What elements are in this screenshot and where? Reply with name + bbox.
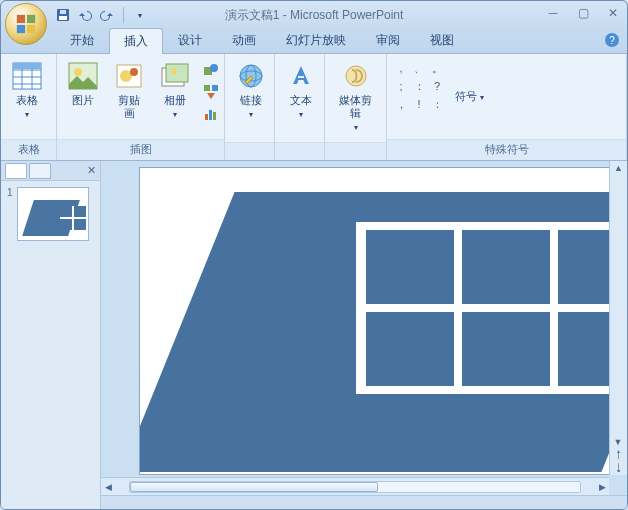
tab-animations[interactable]: 动画 — [217, 27, 271, 53]
thumbnail-list: 1 — [1, 181, 100, 509]
workspace: ✕ 1 ▲ ▼ ⭡ ⭣ — [1, 161, 627, 509]
table-button[interactable]: 表格▾ — [7, 58, 47, 123]
symbol-char[interactable]: ， — [393, 96, 409, 112]
album-button[interactable]: 相册▾ — [155, 58, 195, 123]
clipart-icon — [113, 60, 145, 92]
office-button[interactable] — [5, 3, 47, 45]
scroll-thumb[interactable] — [130, 482, 378, 492]
group-links-label — [225, 142, 274, 160]
svg-rect-32 — [298, 76, 304, 78]
prev-slide-icon[interactable]: ⭡ — [614, 449, 624, 460]
shape-grid[interactable] — [366, 230, 627, 386]
symbol-char[interactable]: , — [393, 60, 409, 76]
media-icon — [340, 60, 372, 92]
group-tables: 表格▾ 表格 — [1, 54, 57, 160]
symbol-char[interactable]: 、 — [411, 60, 427, 76]
group-text-label — [275, 142, 324, 160]
thumbnail-preview — [17, 187, 89, 241]
tab-review[interactable]: 审阅 — [361, 27, 415, 53]
group-illustrations: 图片 剪贴画 相册▾ 插图 — [57, 54, 225, 160]
qat-customize-icon[interactable]: ▾ — [132, 7, 148, 23]
text-icon — [285, 60, 317, 92]
redo-icon[interactable] — [99, 7, 115, 23]
group-links: 链接▾ — [225, 54, 275, 160]
tab-view[interactable]: 视图 — [415, 27, 469, 53]
canvas-area: ▲ ▼ ⭡ ⭣ ◀ ▶ — [101, 161, 627, 509]
tab-home[interactable]: 开始 — [55, 27, 109, 53]
ribbon-tabs: 开始 插入 设计 动画 幻灯片放映 审阅 视图 ? — [1, 29, 627, 53]
quick-access-toolbar: ▾ — [55, 7, 148, 23]
undo-icon[interactable] — [77, 7, 93, 23]
symbol-char[interactable]: ： — [429, 96, 445, 112]
svg-rect-28 — [213, 112, 216, 120]
group-text: 文本▾ — [275, 54, 325, 160]
group-media-label — [325, 142, 386, 160]
maximize-button[interactable]: ▢ — [575, 5, 591, 21]
slide-panel: ✕ 1 — [1, 161, 101, 509]
svg-rect-26 — [205, 114, 208, 120]
slides-tab[interactable] — [5, 163, 27, 179]
text-button[interactable]: 文本▾ — [281, 58, 321, 123]
picture-button[interactable]: 图片 — [63, 58, 103, 109]
scroll-down-icon[interactable]: ▼ — [614, 437, 624, 447]
clipart-button[interactable]: 剪贴画 — [109, 58, 149, 122]
svg-point-21 — [171, 68, 177, 74]
svg-point-23 — [210, 64, 218, 72]
close-panel-icon[interactable]: ✕ — [87, 164, 96, 177]
table-icon — [11, 60, 43, 92]
picture-icon — [67, 60, 99, 92]
svg-rect-2 — [17, 25, 25, 33]
tab-design[interactable]: 设计 — [163, 27, 217, 53]
svg-rect-3 — [27, 25, 35, 33]
group-tables-label: 表格 — [1, 139, 56, 160]
link-icon — [235, 60, 267, 92]
group-symbols-label: 特殊符号 — [387, 139, 626, 160]
svg-rect-24 — [204, 85, 210, 91]
hyperlink-button[interactable]: 链接▾ — [231, 58, 271, 123]
group-symbols: , 、 。 ; ： ? ， ! ： 符号 ▾ 特殊符号 — [387, 54, 627, 160]
ribbon: 表格▾ 表格 图片 剪贴画 相册▾ 插图 — [1, 53, 627, 161]
vertical-scrollbar[interactable]: ▲ ▼ ⭡ ⭣ — [609, 161, 627, 475]
svg-point-15 — [74, 68, 82, 76]
svg-rect-0 — [17, 15, 25, 23]
save-icon[interactable] — [55, 7, 71, 23]
slide-canvas[interactable] — [139, 167, 627, 475]
shapes-button[interactable] — [201, 60, 221, 80]
symbol-char[interactable]: ： — [411, 78, 427, 94]
symbol-char[interactable]: ? — [429, 78, 445, 94]
group-illustrations-label: 插图 — [57, 139, 224, 160]
svg-rect-6 — [60, 10, 66, 14]
svg-rect-13 — [13, 63, 41, 69]
svg-rect-1 — [27, 15, 35, 23]
svg-rect-25 — [212, 85, 218, 91]
next-slide-icon[interactable]: ⭣ — [614, 462, 624, 473]
slide-thumbnail[interactable]: 1 — [7, 187, 94, 241]
album-icon — [159, 60, 191, 92]
horizontal-scrollbar[interactable]: ◀ ▶ — [101, 477, 609, 495]
close-button[interactable]: ✕ — [605, 5, 621, 21]
minimize-button[interactable]: ─ — [545, 5, 561, 21]
outline-tab[interactable] — [29, 163, 51, 179]
status-strip — [101, 495, 627, 509]
symbol-char[interactable]: ! — [411, 96, 427, 112]
slide-number: 1 — [7, 187, 13, 241]
scroll-up-icon[interactable]: ▲ — [614, 163, 623, 173]
symbol-char[interactable]: ; — [393, 78, 409, 94]
smartart-button[interactable] — [201, 82, 221, 102]
tab-insert[interactable]: 插入 — [109, 28, 163, 54]
qat-separator — [123, 7, 124, 23]
scroll-right-icon[interactable]: ▶ — [595, 482, 609, 492]
group-media: 媒体剪辑▾ — [325, 54, 387, 160]
symbol-char[interactable]: 。 — [429, 60, 445, 76]
media-button[interactable]: 媒体剪辑▾ — [331, 58, 380, 136]
office-logo-icon — [15, 13, 37, 35]
scroll-left-icon[interactable]: ◀ — [101, 482, 115, 492]
svg-point-18 — [130, 68, 138, 76]
chart-button[interactable] — [201, 104, 221, 124]
svg-rect-5 — [59, 16, 67, 20]
help-icon[interactable]: ? — [605, 33, 619, 47]
svg-rect-20 — [166, 64, 188, 82]
tab-slideshow[interactable]: 幻灯片放映 — [271, 27, 361, 53]
title-bar: ▾ 演示文稿1 - Microsoft PowerPoint ─ ▢ ✕ — [1, 1, 627, 29]
symbol-button[interactable]: 符号 ▾ — [451, 58, 488, 106]
